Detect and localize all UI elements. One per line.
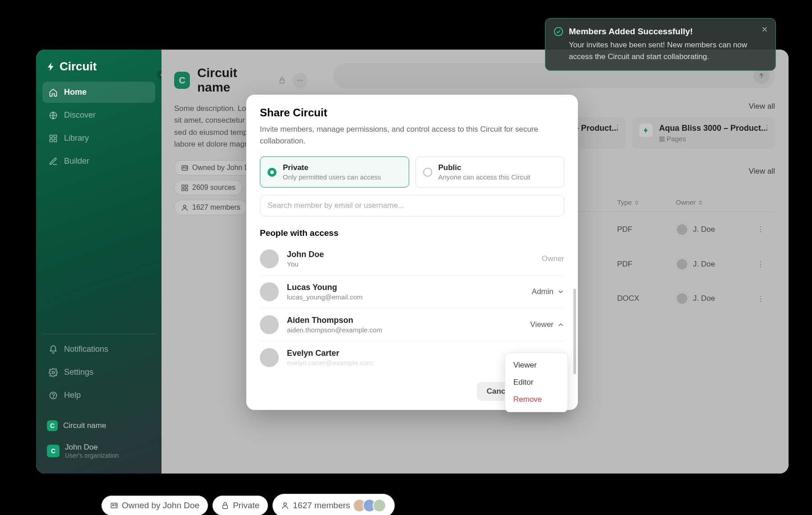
float-owner-pill[interactable]: Owned by John Doe xyxy=(102,496,208,515)
circuit-avatar: C xyxy=(47,420,58,431)
nav-label: Library xyxy=(64,133,89,143)
person-role-select[interactable]: Admin xyxy=(532,287,564,296)
svg-point-5 xyxy=(52,371,55,373)
person-row: Lucas Younglucas_young@email.com Admin xyxy=(260,276,564,308)
primary-nav: Home Discover Library Builder xyxy=(42,82,155,172)
svg-rect-3 xyxy=(50,139,53,142)
sidebar-circuit-chip[interactable]: C Circuit name xyxy=(42,415,155,437)
brand-logo[interactable]: Circuit xyxy=(42,60,155,82)
svg-rect-2 xyxy=(54,135,57,138)
nav-discover[interactable]: Discover xyxy=(42,105,155,126)
people-heading: People with access xyxy=(260,228,564,238)
toast-title: Members Added Successfully! xyxy=(569,27,755,37)
svg-point-7 xyxy=(53,397,54,397)
role-option-remove[interactable]: Remove xyxy=(505,391,567,408)
grid-icon xyxy=(49,134,58,143)
person-row: John DoeYou Owner xyxy=(260,243,564,276)
sidebar-user[interactable]: C John Doe User's organization xyxy=(42,438,155,464)
id-icon xyxy=(110,501,118,510)
svg-rect-4 xyxy=(54,139,57,142)
success-toast: Members Added Successfully! Your invites… xyxy=(545,18,776,71)
nav-label: Builder xyxy=(64,156,89,166)
nav-label: Home xyxy=(64,87,87,97)
nav-label: Settings xyxy=(64,368,93,377)
scrollbar[interactable] xyxy=(573,289,576,374)
member-avatars xyxy=(356,499,386,512)
role-option-editor[interactable]: Editor xyxy=(505,374,567,391)
sidebar: Circuit Home Discover Library Builder xyxy=(36,50,161,474)
person-avatar xyxy=(260,348,279,367)
help-icon xyxy=(49,391,58,400)
visibility-private[interactable]: Private Only permitted users can access xyxy=(260,156,409,188)
home-icon xyxy=(49,88,58,97)
user-org: User's organization xyxy=(65,452,119,459)
lock-icon xyxy=(221,501,229,510)
radio-icon xyxy=(423,168,432,177)
person-avatar xyxy=(260,315,279,334)
nav-label: Notifications xyxy=(64,345,108,354)
brand-name: Circuit xyxy=(60,60,97,74)
person-role-select[interactable]: Viewer xyxy=(530,320,564,329)
svg-point-44 xyxy=(112,505,114,506)
radio-icon xyxy=(268,168,277,177)
edit-icon xyxy=(49,157,58,166)
person-avatar xyxy=(260,249,279,268)
close-icon xyxy=(761,26,768,33)
nav-builder[interactable]: Builder xyxy=(42,151,155,172)
nav-settings[interactable]: Settings xyxy=(42,362,155,383)
person-icon xyxy=(281,501,289,510)
role-dropdown: Viewer Editor Remove xyxy=(505,353,568,412)
bell-icon xyxy=(49,345,58,354)
nav-help[interactable]: Help xyxy=(42,385,155,406)
svg-point-42 xyxy=(554,28,563,36)
svg-rect-1 xyxy=(50,135,53,138)
toast-close[interactable] xyxy=(761,26,768,35)
float-visibility-pill[interactable]: Private xyxy=(212,496,268,515)
nav-label: Discover xyxy=(64,110,96,120)
person-role: Owner xyxy=(542,254,564,263)
sidebar-bottom: Notifications Settings Help C Circuit na… xyxy=(42,334,155,464)
bolt-icon xyxy=(46,62,56,72)
floating-pills: Owned by John Doe Private 1627 members xyxy=(102,494,395,515)
modal-title: Share Circuit xyxy=(260,106,564,119)
svg-point-46 xyxy=(284,503,286,506)
user-name: John Doe xyxy=(65,443,119,452)
chevron-down-icon xyxy=(557,288,564,295)
circuit-name: Circuit name xyxy=(63,421,106,430)
member-search-input[interactable] xyxy=(260,195,564,216)
nav-home[interactable]: Home xyxy=(42,82,155,103)
user-avatar: C xyxy=(47,445,60,457)
gear-icon xyxy=(49,368,58,377)
nav-label: Help xyxy=(64,391,81,400)
share-modal: Share Circuit Invite members, manage per… xyxy=(246,95,578,410)
person-avatar xyxy=(260,282,279,301)
nav-library[interactable]: Library xyxy=(42,128,155,149)
visibility-public[interactable]: Public Anyone can access this Circuit xyxy=(415,156,565,188)
check-circle-icon xyxy=(554,27,563,37)
role-option-viewer[interactable]: Viewer xyxy=(505,357,567,374)
modal-subtitle: Invite members, manage permissions, and … xyxy=(260,124,564,147)
chevron-up-icon xyxy=(557,321,564,328)
globe-icon xyxy=(49,111,58,120)
person-row: Aiden Thompsonaiden.thompson@example.com… xyxy=(260,308,564,341)
nav-notifications[interactable]: Notifications xyxy=(42,339,155,360)
people-list: John DoeYou Owner Lucas Younglucas_young… xyxy=(260,243,564,374)
float-members-pill[interactable]: 1627 members xyxy=(272,494,395,515)
toast-body: Your invites have been sent! New members… xyxy=(569,39,755,62)
svg-rect-45 xyxy=(223,505,228,509)
